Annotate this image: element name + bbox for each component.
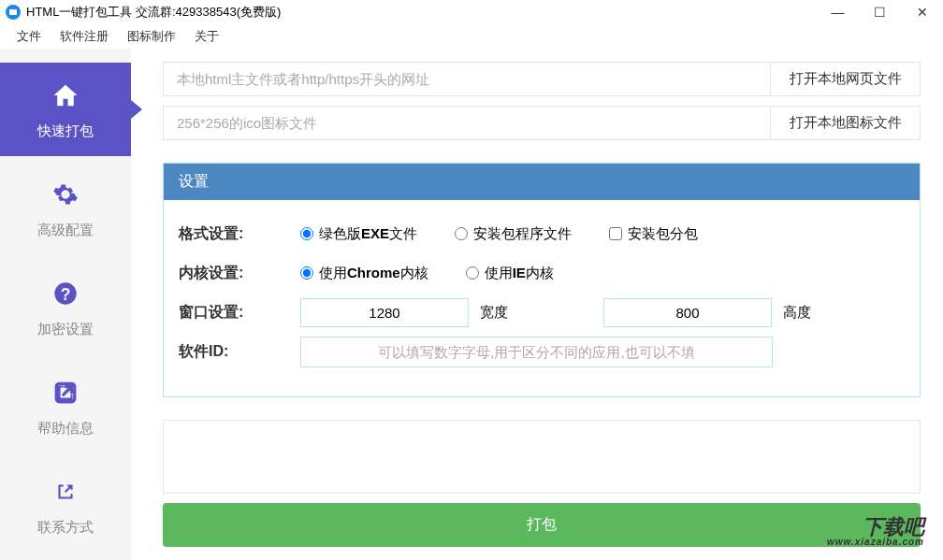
- format-split-checkbox[interactable]: 安装包分包: [609, 225, 698, 243]
- log-panel: [163, 420, 921, 494]
- sidebar-label: 快速打包: [37, 122, 94, 140]
- open-html-button[interactable]: 打开本地网页文件: [770, 63, 920, 95]
- format-green-radio[interactable]: 绿色版EXE文件: [300, 225, 417, 243]
- format-label: 格式设置:: [179, 224, 300, 244]
- maximize-button[interactable]: ☐: [859, 0, 901, 24]
- share-icon: [50, 476, 81, 508]
- radio-input[interactable]: [455, 227, 468, 240]
- minimize-button[interactable]: —: [817, 0, 859, 24]
- menu-about[interactable]: 关于: [185, 25, 228, 48]
- html-path-input[interactable]: [164, 63, 770, 95]
- sidebar-item-help[interactable]: 帮助信息: [0, 360, 131, 453]
- window-label: 窗口设置:: [179, 303, 300, 323]
- open-icon-button[interactable]: 打开本地图标文件: [770, 107, 920, 139]
- kernel-ie-radio[interactable]: 使用IE内核: [466, 265, 554, 282]
- watermark: 下载吧 www.xiazaiba.com: [827, 517, 924, 547]
- question-icon: ?: [50, 278, 81, 309]
- format-installer-radio[interactable]: 安装包程序文件: [455, 225, 572, 243]
- gear-icon: [50, 179, 81, 210]
- width-input[interactable]: [300, 298, 469, 327]
- icon-path-input[interactable]: [164, 107, 770, 139]
- sidebar-label: 帮助信息: [37, 420, 94, 438]
- settings-title: 设置: [164, 164, 920, 200]
- kernel-chrome-radio[interactable]: 使用Chrome内核: [300, 265, 428, 282]
- sidebar-label: 联系方式: [37, 519, 94, 537]
- software-id-input[interactable]: [300, 337, 773, 367]
- close-button[interactable]: ✕: [901, 0, 943, 24]
- pack-button[interactable]: 打包: [163, 503, 921, 547]
- settings-panel: 设置 格式设置: 绿色版EXE文件 安装包程序文件: [163, 163, 921, 397]
- sidebar-label: 加密设置: [37, 321, 94, 338]
- radio-input[interactable]: [466, 266, 479, 280]
- sidebar-label: 高级配置: [37, 222, 94, 239]
- checkbox-input[interactable]: [609, 227, 622, 240]
- id-label: 软件ID:: [179, 342, 300, 362]
- radio-input[interactable]: [300, 227, 313, 240]
- home-icon: [50, 79, 81, 111]
- width-label: 宽度: [480, 304, 508, 322]
- sidebar-item-encrypt[interactable]: ? 加密设置: [0, 261, 131, 354]
- sidebar-item-advanced[interactable]: 高级配置: [0, 162, 131, 255]
- menu-file[interactable]: 文件: [7, 25, 51, 48]
- kernel-label: 内核设置:: [179, 264, 300, 283]
- sidebar-item-contact[interactable]: 联系方式: [0, 459, 131, 553]
- sidebar-item-quick-pack[interactable]: 快速打包: [0, 63, 131, 156]
- radio-input[interactable]: [300, 266, 313, 280]
- svg-text:?: ?: [61, 285, 71, 304]
- height-input[interactable]: [603, 298, 772, 327]
- window-title: HTML一键打包工具 交流群:429338543(免费版): [26, 4, 281, 21]
- menu-icon-make[interactable]: 图标制作: [118, 25, 185, 48]
- menu-register[interactable]: 软件注册: [51, 25, 118, 48]
- height-label: 高度: [783, 304, 811, 322]
- share-icon: [50, 377, 81, 409]
- app-icon: [6, 5, 21, 20]
